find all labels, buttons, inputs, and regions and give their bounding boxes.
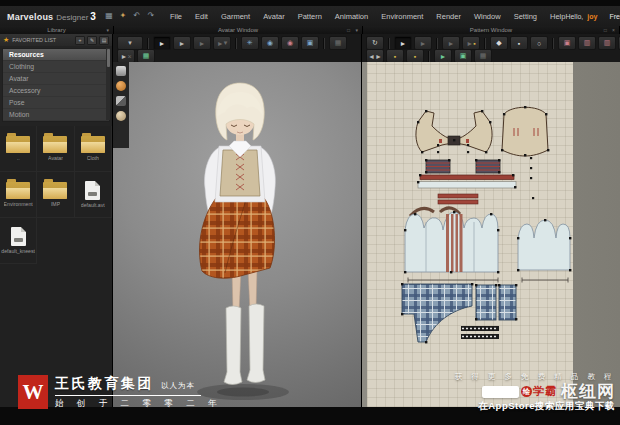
category-motion[interactable]: Motion: [3, 109, 109, 121]
free-seam-tool[interactable]: ►: [434, 49, 452, 63]
ball-icon[interactable]: [116, 111, 126, 121]
pattern-piece-skirt-front[interactable]: [402, 284, 472, 342]
avatar-3d-model[interactable]: [113, 62, 361, 407]
edit-seam-tool[interactable]: ▪: [386, 49, 404, 63]
library-grid-icon[interactable]: ▦: [104, 11, 114, 21]
viewport-toolbar-row1: ▾ ► ► ► ►▾ ✳ ◉ ◉ ▣ ▦: [117, 36, 347, 50]
pattern-piece-blouse-back[interactable]: [518, 220, 570, 270]
pattern-piece-skirt-back[interactable]: [499, 285, 516, 320]
menu-avatar[interactable]: Avatar: [263, 12, 285, 21]
add-favorite-button[interactable]: +: [75, 36, 85, 45]
pattern-piece-vest-front[interactable]: [416, 111, 492, 152]
dimension-line-back: [522, 278, 568, 283]
panel-headers: Library ▾ Avatar Window □ ▾ Pattern Wind…: [0, 26, 620, 34]
internal-polygon-tool[interactable]: ▥: [578, 36, 596, 50]
menu-garment[interactable]: Garment: [221, 12, 250, 21]
avatar-window-controls[interactable]: □ ▾: [347, 26, 360, 34]
show-texture-toggle[interactable]: ▦: [137, 49, 155, 63]
edit-curvature-tool[interactable]: ►▪: [462, 36, 480, 50]
app-window: Marvelous Designer 3 ▦ ✦ ↶ ↷ File Edit G…: [0, 0, 620, 425]
menu-pattern[interactable]: Pattern: [298, 12, 322, 21]
menu-window[interactable]: Window: [474, 12, 501, 21]
misc-viewport-tool[interactable]: ▦: [329, 36, 347, 50]
show-seam-toggle[interactable]: ▣: [454, 49, 472, 63]
library-category-list: Resources Clothing Avatar Accessory Pose…: [2, 48, 110, 122]
library-item-parent[interactable]: ..: [0, 126, 37, 172]
pattern-piece-belt-2[interactable]: [438, 200, 478, 204]
dart-tool[interactable]: ▣: [558, 36, 576, 50]
library-item-avatar[interactable]: Avatar: [37, 126, 74, 172]
pattern-piece-vest-back[interactable]: [502, 107, 548, 156]
library-dropdown-icon[interactable]: ▾: [106, 26, 111, 34]
select-mesh-tool[interactable]: ►: [193, 36, 211, 50]
category-resources[interactable]: Resources: [3, 49, 109, 61]
avatar-3d-canvas[interactable]: [113, 62, 361, 407]
globe-icon[interactable]: [116, 81, 126, 91]
redo-icon[interactable]: ↷: [146, 11, 156, 21]
segment-seam-tool[interactable]: ▪: [406, 49, 424, 63]
avatar-3d-viewport[interactable]: ▾ ► ► ► ►▾ ✳ ◉ ◉ ▣ ▦ ►× ▦: [113, 34, 362, 407]
library-item-cloth[interactable]: Cloth: [75, 126, 112, 172]
company-name: 王氏教育集团: [55, 375, 154, 393]
menu-environment[interactable]: Environment: [381, 12, 423, 21]
papers-icon[interactable]: [116, 66, 126, 76]
floor-icon[interactable]: [116, 96, 126, 106]
circle-tool[interactable]: ○: [530, 36, 548, 50]
folder-icon: [43, 182, 67, 199]
category-avatar[interactable]: Avatar: [3, 73, 109, 85]
seam-tool[interactable]: ◄►: [366, 49, 384, 63]
pattern-pieces[interactable]: [362, 62, 620, 407]
pattern-piece-belt-1[interactable]: [438, 194, 478, 198]
category-scrollbar[interactable]: [106, 48, 110, 120]
pattern-piece-trim-strip[interactable]: [420, 175, 514, 180]
username-link[interactable]: joy: [587, 13, 597, 20]
edit-favorite-button[interactable]: ✎: [87, 36, 97, 45]
file-icon: [85, 181, 100, 200]
pattern-window-header[interactable]: Pattern Window □ ×: [363, 26, 620, 34]
show-collision-toggle[interactable]: ◉: [281, 36, 299, 50]
viewport-toolbar-row2: ►× ▦: [117, 49, 155, 63]
transform-point-tool[interactable]: ►: [414, 36, 432, 50]
library-item-environment[interactable]: Environment: [0, 172, 37, 218]
brush-icon[interactable]: ✦: [118, 11, 128, 21]
category-clothing[interactable]: Clothing: [3, 61, 109, 73]
menu-file[interactable]: File: [170, 12, 182, 21]
undo-icon[interactable]: ↶: [132, 11, 142, 21]
show-environment-toggle[interactable]: ▣: [301, 36, 319, 50]
menu-edit[interactable]: Edit: [195, 12, 208, 21]
transform-pattern-tool[interactable]: ►: [394, 36, 412, 50]
pattern-piece-collar-strip[interactable]: [418, 182, 516, 189]
category-accessory[interactable]: Accessory: [3, 85, 109, 97]
pattern-2d-window[interactable]: ↻ ► ► ► ►▪ ◆ ▪ ○ ▣ ▥ ▥ ▣ ◄► ▪ ▪ ► ▣ ▦: [362, 34, 620, 407]
select-pattern-3d-tool[interactable]: ►×: [117, 49, 135, 63]
avatar-window-header[interactable]: Avatar Window □ ▾: [114, 26, 363, 34]
menu-render[interactable]: Render: [436, 12, 461, 21]
menu-setting[interactable]: Setting: [514, 12, 537, 21]
show-grid-toggle[interactable]: ▦: [474, 49, 492, 63]
rectangle-tool[interactable]: ▪: [510, 36, 528, 50]
library-item-default-avt[interactable]: default.avt: [75, 172, 112, 218]
pattern-window-controls[interactable]: □ ×: [604, 26, 617, 34]
pin-tools-group[interactable]: ►▾: [213, 36, 231, 50]
select-move-tool[interactable]: ►: [173, 36, 191, 50]
library-panel-header[interactable]: Library ▾: [0, 26, 114, 34]
pattern-canvas[interactable]: [362, 62, 620, 407]
library-item-imp[interactable]: IMP: [37, 172, 74, 218]
show-garment-toggle[interactable]: ◉: [261, 36, 279, 50]
menu-help[interactable]: Help: [550, 12, 565, 21]
library-item-default-kneest[interactable]: default_kneest: [0, 218, 37, 264]
favorites-buttons: + ✎ ▤: [75, 36, 109, 45]
list-view-button[interactable]: ▤: [99, 36, 109, 45]
category-pose[interactable]: Pose: [3, 97, 109, 109]
history-dropdown-button[interactable]: ▾: [117, 36, 143, 50]
sync-button[interactable]: ↻: [366, 36, 384, 50]
menu-animation[interactable]: Animation: [335, 12, 368, 21]
simulate-button[interactable]: ►: [153, 36, 171, 50]
internal-circle-tool[interactable]: ▥: [598, 36, 616, 50]
show-avatar-toggle[interactable]: ✳: [241, 36, 259, 50]
pattern-piece-skirt-side[interactable]: [476, 285, 496, 320]
garment-skirt[interactable]: [200, 198, 275, 278]
edit-pattern-tool[interactable]: ►: [442, 36, 460, 50]
polygon-tool[interactable]: ◆: [490, 36, 508, 50]
dimension-line-front: [408, 278, 498, 283]
